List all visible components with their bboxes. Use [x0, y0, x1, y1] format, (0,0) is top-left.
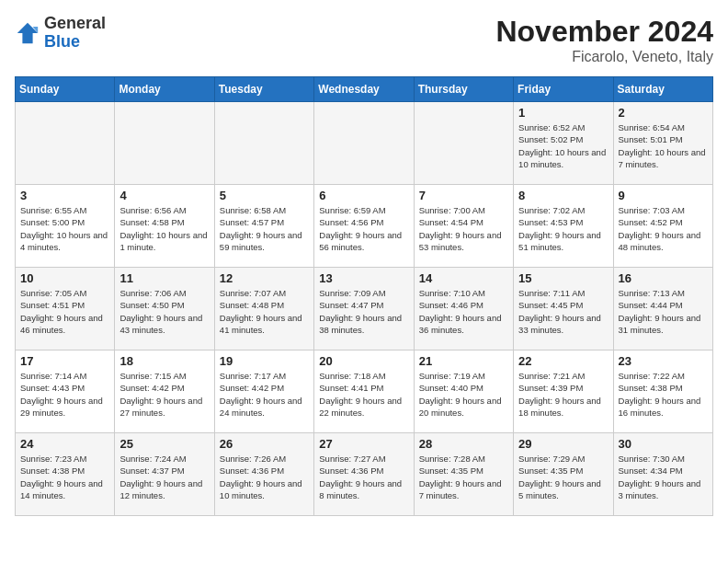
calendar-cell: 23Sunrise: 7:22 AM Sunset: 4:38 PM Dayli… — [613, 350, 712, 433]
calendar-cell: 13Sunrise: 7:09 AM Sunset: 4:47 PM Dayli… — [314, 268, 414, 350]
day-info: Sunrise: 7:14 AM Sunset: 4:43 PM Dayligh… — [20, 370, 109, 419]
day-number: 7 — [419, 189, 508, 202]
day-number: 9 — [619, 189, 708, 202]
day-info: Sunrise: 7:11 AM Sunset: 4:45 PM Dayligh… — [518, 287, 608, 336]
day-info: Sunrise: 7:06 AM Sunset: 4:50 PM Dayligh… — [119, 287, 209, 336]
day-info: Sunrise: 6:58 AM Sunset: 4:57 PM Dayligh… — [220, 204, 309, 253]
calendar-cell: 22Sunrise: 7:21 AM Sunset: 4:39 PM Dayli… — [514, 350, 613, 433]
calendar-header: SundayMondayTuesdayWednesdayThursdayFrid… — [16, 77, 713, 102]
day-info: Sunrise: 7:05 AM Sunset: 4:51 PM Dayligh… — [20, 287, 109, 336]
day-info: Sunrise: 7:07 AM Sunset: 4:48 PM Dayligh… — [220, 287, 309, 336]
calendar-cell: 19Sunrise: 7:17 AM Sunset: 4:42 PM Dayli… — [214, 350, 313, 433]
subtitle: Ficarolo, Veneto, Italy — [495, 49, 713, 65]
calendar-cell: 4Sunrise: 6:56 AM Sunset: 4:58 PM Daylig… — [115, 185, 214, 268]
day-info: Sunrise: 7:15 AM Sunset: 4:42 PM Dayligh… — [119, 370, 209, 419]
calendar-cell: 27Sunrise: 7:27 AM Sunset: 4:36 PM Dayli… — [314, 433, 414, 516]
calendar-cell — [314, 102, 414, 185]
week-row-1: 1Sunrise: 6:52 AM Sunset: 5:02 PM Daylig… — [16, 102, 713, 185]
day-number: 15 — [518, 271, 608, 285]
calendar-cell: 1Sunrise: 6:52 AM Sunset: 5:02 PM Daylig… — [514, 102, 613, 185]
day-number: 25 — [119, 437, 209, 451]
calendar-cell: 28Sunrise: 7:28 AM Sunset: 4:35 PM Dayli… — [414, 433, 513, 516]
day-number: 10 — [20, 271, 109, 285]
day-number: 21 — [419, 354, 508, 368]
calendar-cell: 9Sunrise: 7:03 AM Sunset: 4:52 PM Daylig… — [613, 185, 712, 268]
day-number: 19 — [220, 354, 309, 368]
day-info: Sunrise: 7:17 AM Sunset: 4:42 PM Dayligh… — [220, 370, 309, 419]
header-wednesday: Wednesday — [314, 77, 414, 102]
calendar-cell: 25Sunrise: 7:24 AM Sunset: 4:37 PM Dayli… — [115, 433, 214, 516]
calendar-cell: 2Sunrise: 6:54 AM Sunset: 5:01 PM Daylig… — [613, 102, 712, 185]
day-number: 5 — [220, 189, 309, 202]
day-number: 29 — [518, 437, 608, 451]
calendar-cell: 3Sunrise: 6:55 AM Sunset: 5:00 PM Daylig… — [16, 185, 115, 268]
day-info: Sunrise: 7:00 AM Sunset: 4:54 PM Dayligh… — [419, 204, 508, 253]
calendar-cell: 21Sunrise: 7:19 AM Sunset: 4:40 PM Dayli… — [414, 350, 513, 433]
day-number: 8 — [518, 189, 608, 202]
calendar-cell: 17Sunrise: 7:14 AM Sunset: 4:43 PM Dayli… — [16, 350, 115, 433]
day-info: Sunrise: 7:18 AM Sunset: 4:41 PM Dayligh… — [319, 370, 408, 419]
header-friday: Friday — [514, 77, 613, 102]
logo: General Blue — [15, 15, 106, 52]
calendar-cell: 15Sunrise: 7:11 AM Sunset: 4:45 PM Dayli… — [514, 268, 613, 350]
day-info: Sunrise: 7:29 AM Sunset: 4:35 PM Dayligh… — [518, 453, 608, 501]
main-title: November 2024 — [495, 15, 713, 49]
day-info: Sunrise: 7:09 AM Sunset: 4:47 PM Dayligh… — [319, 287, 408, 336]
calendar-cell: 14Sunrise: 7:10 AM Sunset: 4:46 PM Dayli… — [414, 268, 513, 350]
calendar-cell: 18Sunrise: 7:15 AM Sunset: 4:42 PM Dayli… — [115, 350, 214, 433]
day-info: Sunrise: 7:24 AM Sunset: 4:37 PM Dayligh… — [119, 453, 209, 501]
day-number: 20 — [319, 354, 408, 368]
logo-icon — [15, 20, 40, 46]
day-number: 11 — [119, 271, 209, 285]
logo-general-text: General — [44, 15, 106, 33]
day-number: 26 — [220, 437, 309, 451]
day-number: 12 — [220, 271, 309, 285]
logo-text: General Blue — [44, 15, 106, 52]
week-row-4: 17Sunrise: 7:14 AM Sunset: 4:43 PM Dayli… — [16, 350, 713, 433]
calendar-cell — [115, 102, 214, 185]
calendar-cell: 8Sunrise: 7:02 AM Sunset: 4:53 PM Daylig… — [514, 185, 613, 268]
day-number: 24 — [20, 437, 109, 451]
day-number: 1 — [518, 106, 608, 120]
day-info: Sunrise: 7:22 AM Sunset: 4:38 PM Dayligh… — [619, 370, 708, 419]
calendar-cell: 29Sunrise: 7:29 AM Sunset: 4:35 PM Dayli… — [514, 433, 613, 516]
day-info: Sunrise: 7:23 AM Sunset: 4:38 PM Dayligh… — [20, 453, 109, 501]
day-number: 14 — [419, 271, 508, 285]
day-number: 4 — [119, 189, 209, 202]
header-tuesday: Tuesday — [214, 77, 313, 102]
week-row-2: 3Sunrise: 6:55 AM Sunset: 5:00 PM Daylig… — [16, 185, 713, 268]
calendar-cell: 11Sunrise: 7:06 AM Sunset: 4:50 PM Dayli… — [115, 268, 214, 350]
day-info: Sunrise: 6:59 AM Sunset: 4:56 PM Dayligh… — [319, 204, 408, 253]
day-number: 16 — [619, 271, 708, 285]
day-number: 6 — [319, 189, 408, 202]
calendar-cell — [414, 102, 513, 185]
calendar-cell — [214, 102, 313, 185]
title-block: November 2024 Ficarolo, Veneto, Italy — [495, 15, 713, 65]
calendar-cell: 16Sunrise: 7:13 AM Sunset: 4:44 PM Dayli… — [613, 268, 712, 350]
day-number: 30 — [619, 437, 708, 451]
calendar-cell: 26Sunrise: 7:26 AM Sunset: 4:36 PM Dayli… — [214, 433, 313, 516]
calendar-cell: 20Sunrise: 7:18 AM Sunset: 4:41 PM Dayli… — [314, 350, 414, 433]
calendar-table: SundayMondayTuesdayWednesdayThursdayFrid… — [15, 76, 713, 516]
week-row-5: 24Sunrise: 7:23 AM Sunset: 4:38 PM Dayli… — [16, 433, 713, 516]
header-sunday: Sunday — [16, 77, 115, 102]
day-info: Sunrise: 7:03 AM Sunset: 4:52 PM Dayligh… — [619, 204, 708, 253]
day-number: 2 — [619, 106, 708, 120]
day-info: Sunrise: 6:55 AM Sunset: 5:00 PM Dayligh… — [20, 204, 109, 253]
day-number: 18 — [119, 354, 209, 368]
day-number: 22 — [518, 354, 608, 368]
day-number: 27 — [319, 437, 408, 451]
calendar-cell: 7Sunrise: 7:00 AM Sunset: 4:54 PM Daylig… — [414, 185, 513, 268]
day-info: Sunrise: 7:21 AM Sunset: 4:39 PM Dayligh… — [518, 370, 608, 419]
day-info: Sunrise: 7:28 AM Sunset: 4:35 PM Dayligh… — [419, 453, 508, 501]
day-number: 17 — [20, 354, 109, 368]
calendar-cell — [16, 102, 115, 185]
week-row-3: 10Sunrise: 7:05 AM Sunset: 4:51 PM Dayli… — [16, 268, 713, 350]
page-header: General Blue November 2024 Ficarolo, Ven… — [15, 15, 713, 65]
day-info: Sunrise: 7:13 AM Sunset: 4:44 PM Dayligh… — [619, 287, 708, 336]
svg-marker-0 — [17, 23, 38, 43]
day-info: Sunrise: 6:52 AM Sunset: 5:02 PM Dayligh… — [518, 121, 608, 170]
day-info: Sunrise: 7:02 AM Sunset: 4:53 PM Dayligh… — [518, 204, 608, 253]
day-info: Sunrise: 7:10 AM Sunset: 4:46 PM Dayligh… — [419, 287, 508, 336]
day-number: 23 — [619, 354, 708, 368]
